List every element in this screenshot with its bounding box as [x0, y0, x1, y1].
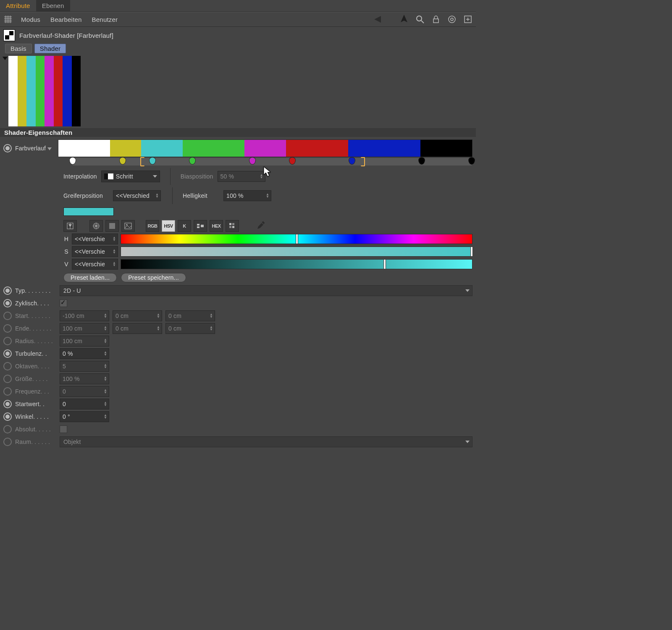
checkbox-zyklisch[interactable]	[60, 299, 67, 307]
anim-toggle-zyklisch[interactable]	[3, 299, 12, 307]
field-radius: 100 cm▲▼	[60, 336, 109, 346]
shader-title: Farbverlauf-Shader [Farbverlauf]	[19, 32, 113, 39]
picker-spectrum-icon[interactable]	[63, 220, 77, 232]
mode-hex-button[interactable]: HEX	[210, 220, 223, 232]
gradient-knot[interactable]	[119, 157, 126, 165]
gradient-preview[interactable]	[8, 56, 81, 126]
field-winkel[interactable]: 0 °▲▼	[60, 411, 109, 422]
field-brightness[interactable]: 100 %▲▼	[223, 190, 271, 201]
menu-bearbeiten[interactable]: Bearbeiten	[49, 16, 84, 23]
anim-toggle-oktaven[interactable]	[3, 362, 12, 370]
anim-toggle-startwert[interactable]	[3, 400, 12, 408]
eyedropper-icon[interactable]	[256, 220, 266, 232]
collapse-toggle-icon[interactable]	[3, 57, 8, 60]
dropdown-raum: Objekt	[60, 436, 472, 447]
slider-h[interactable]	[121, 234, 472, 244]
slider-s[interactable]	[121, 247, 472, 257]
svg-rect-32	[229, 223, 231, 225]
shader-header: Farbverlauf-Shader [Farbverlauf]	[0, 27, 476, 44]
gradient-knot[interactable]	[468, 157, 475, 165]
mode-rgb-button[interactable]: RGB	[146, 220, 159, 232]
label-typ: Typ	[15, 287, 25, 294]
svg-rect-34	[229, 226, 231, 228]
svg-rect-27	[125, 223, 131, 229]
field-s[interactable]: <<Verschie▲▼	[72, 246, 118, 257]
svg-rect-30	[197, 226, 200, 228]
menu-modus[interactable]: Modus	[19, 16, 42, 23]
picker-square-icon[interactable]	[105, 220, 119, 232]
gradient-knot[interactable]	[149, 157, 156, 165]
anim-toggle-absolut[interactable]	[3, 425, 12, 433]
anim-toggle-raum[interactable]	[3, 438, 12, 446]
picker-wheel-icon[interactable]	[89, 220, 103, 232]
mode-mixer-icon[interactable]	[194, 220, 207, 232]
tab-attribute[interactable]: Attribute	[0, 0, 36, 11]
svg-rect-33	[232, 223, 234, 225]
anim-toggle-start[interactable]	[3, 312, 12, 320]
dropdown-typ[interactable]: 2D - U	[60, 285, 472, 296]
anim-toggle-radius[interactable]	[3, 337, 12, 345]
anim-toggle-gradient[interactable]	[3, 144, 12, 152]
nav-back-icon[interactable]	[372, 15, 381, 24]
load-preset-button[interactable]: Preset laden...	[63, 273, 117, 282]
label-start: Start	[15, 312, 28, 319]
mode-swatches-icon[interactable]	[226, 220, 239, 232]
panel-tabs: Attribute Ebenen	[0, 0, 476, 12]
field-ende-x: 100 cm▲▼	[60, 323, 109, 334]
slider-v[interactable]	[121, 259, 472, 269]
tab-ebenen[interactable]: Ebenen	[36, 0, 70, 11]
menu-benutzer[interactable]: Benutzer	[90, 16, 120, 23]
gradient-menu-icon[interactable]	[47, 147, 52, 150]
label-zyklisch: Zyklisch	[15, 300, 37, 307]
label-knotposition: Greiferposition	[63, 192, 109, 199]
anim-toggle-ende[interactable]	[3, 324, 12, 333]
dropdown-interpolation[interactable]: Schritt	[101, 171, 160, 182]
gradient-knot[interactable]	[69, 157, 76, 165]
svg-marker-9	[401, 15, 407, 22]
subtab-shader[interactable]: Shader	[34, 44, 66, 53]
field-turbulenz[interactable]: 0 %▲▼	[60, 348, 109, 359]
anim-toggle-typ[interactable]	[3, 286, 12, 295]
svg-marker-20	[68, 224, 72, 227]
svg-line-11	[421, 21, 424, 23]
row-gradient: Farbverlauf	[3, 139, 472, 157]
gradient-knot[interactable]	[418, 157, 425, 165]
gradient-bar[interactable]	[58, 139, 472, 157]
anim-toggle-winkel[interactable]	[3, 412, 12, 421]
search-icon[interactable]	[415, 15, 425, 24]
preview-row	[0, 55, 476, 128]
svg-rect-36	[262, 221, 265, 224]
label-gradient: Farbverlauf	[15, 145, 46, 152]
picker-image-icon[interactable]	[121, 220, 135, 232]
target-icon[interactable]	[447, 15, 457, 24]
field-oktaven: 5▲▼	[60, 361, 109, 372]
label-ende: Ende	[15, 325, 29, 332]
anim-toggle-turbulenz[interactable]	[3, 349, 12, 358]
field-v[interactable]: <<Verschie▲▼	[72, 259, 118, 270]
anim-toggle-frequenz[interactable]	[3, 387, 12, 396]
gradient-knot[interactable]	[289, 157, 296, 165]
field-startwert[interactable]: 0▲▼	[60, 399, 109, 410]
grid-icon[interactable]	[3, 15, 13, 24]
mode-k-button[interactable]: K	[178, 220, 191, 232]
svg-point-10	[417, 16, 422, 21]
anim-toggle-groesse[interactable]	[3, 375, 12, 383]
lock-icon[interactable]	[431, 15, 441, 24]
label-oktaven: Oktaven	[15, 363, 38, 370]
field-knotposition[interactable]: <<Verschied▲▼	[113, 190, 161, 201]
gradient-knot-track[interactable]	[73, 158, 472, 165]
gradient-knot[interactable]	[349, 157, 355, 165]
gradient-knot[interactable]	[249, 157, 256, 165]
add-panel-icon[interactable]	[463, 15, 472, 24]
svg-point-28	[126, 224, 128, 226]
label-h: H	[63, 236, 69, 242]
subtab-basis[interactable]: Basis	[5, 44, 32, 53]
current-color-swatch[interactable]	[63, 207, 114, 216]
gradient-knot[interactable]	[189, 157, 196, 165]
svg-rect-35	[232, 226, 234, 228]
field-h[interactable]: <<Verschie▲▼	[72, 234, 118, 244]
mode-hsv-button[interactable]: HSV	[162, 220, 175, 232]
save-preset-button[interactable]: Preset speichern...	[121, 273, 186, 282]
nav-up-icon[interactable]	[399, 15, 409, 24]
label-groesse: Größe	[15, 375, 32, 382]
